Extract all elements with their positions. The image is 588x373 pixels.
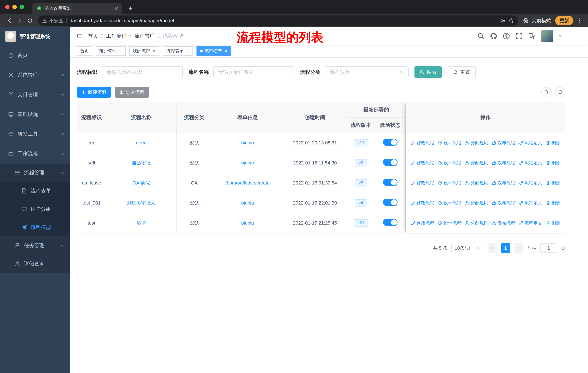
- process-name-link[interactable]: 滔博: [136, 220, 146, 226]
- address-bar[interactable]: 不安全 dashboard.yudao.iocoder.cn/bpm/manag…: [38, 15, 518, 26]
- reload-button[interactable]: [25, 15, 35, 26]
- tag-tenant[interactable]: 租户管理: [96, 46, 126, 56]
- assign-rule-link[interactable]: 分配规则: [465, 220, 488, 226]
- modify-process-link[interactable]: 修改流程: [411, 200, 434, 206]
- sidebar-item-payment[interactable]: 支付管理: [0, 85, 70, 105]
- font-size-icon[interactable]: [528, 32, 536, 40]
- status-toggle[interactable]: [383, 139, 398, 146]
- assign-rule-link[interactable]: 分配规则: [465, 140, 488, 146]
- delete-link[interactable]: 删除: [546, 180, 560, 186]
- import-process-button[interactable]: 导入流程: [115, 87, 149, 98]
- process-name-link[interactable]: eeee: [136, 140, 147, 146]
- tab-close-icon[interactable]: [115, 6, 119, 10]
- goto-page-input[interactable]: [540, 243, 557, 253]
- publish-process-link[interactable]: 发布流程: [492, 220, 515, 226]
- status-toggle[interactable]: [383, 199, 398, 206]
- back-button[interactable]: [4, 15, 15, 26]
- search-button[interactable]: 搜索: [414, 66, 442, 78]
- refresh-table-button[interactable]: [555, 87, 565, 97]
- prev-page-button[interactable]: [488, 243, 497, 253]
- publish-process-link[interactable]: 发布流程: [492, 180, 515, 186]
- browser-tab[interactable]: 芋道管理系统: [32, 3, 122, 14]
- new-tab-button[interactable]: [126, 3, 136, 14]
- process-definition-link[interactable]: 流程定义: [519, 220, 542, 226]
- forward-button[interactable]: [15, 15, 25, 26]
- form-info-link[interactable]: biubiu: [241, 140, 254, 146]
- minimize-window-button[interactable]: [12, 5, 17, 9]
- form-info-link[interactable]: biubiu: [241, 220, 254, 226]
- process-definition-link[interactable]: 流程定义: [519, 200, 542, 206]
- form-info-link[interactable]: biubiu: [241, 160, 254, 166]
- process-name-link[interactable]: 自己审批: [132, 160, 151, 166]
- delete-link[interactable]: 删除: [546, 200, 560, 206]
- publish-process-link[interactable]: 发布流程: [492, 200, 515, 206]
- assign-rule-link[interactable]: 分配规则: [465, 200, 488, 206]
- reset-button[interactable]: 重置: [448, 66, 476, 78]
- sidebar-item-home[interactable]: 首页: [0, 46, 70, 65]
- search-icon[interactable]: [477, 32, 484, 40]
- modify-process-link[interactable]: 修改流程: [411, 140, 434, 146]
- design-process-link[interactable]: 设计流程: [438, 200, 461, 206]
- close-icon[interactable]: [224, 49, 228, 53]
- bookmark-star-icon[interactable]: [509, 18, 514, 23]
- browser-menu-button[interactable]: [576, 15, 584, 26]
- tag-process-model[interactable]: 流程模型: [197, 46, 231, 56]
- process-id-input[interactable]: [102, 66, 183, 78]
- tag-process-form[interactable]: 流程表单: [163, 46, 193, 56]
- process-definition-link[interactable]: 流程定义: [519, 160, 542, 166]
- breadcrumb-home[interactable]: 首页: [88, 33, 98, 40]
- process-name-input[interactable]: [213, 66, 294, 78]
- status-toggle[interactable]: [383, 219, 398, 226]
- assign-rule-link[interactable]: 分配规则: [465, 160, 488, 166]
- form-info-link[interactable]: biubiu: [241, 200, 254, 206]
- browser-update-button[interactable]: 更新: [555, 16, 573, 25]
- sidebar-item-infra[interactable]: 基础设施: [0, 105, 70, 124]
- process-definition-link[interactable]: 流程定义: [519, 180, 542, 186]
- sidebar-item-leave-query[interactable]: 请假查询: [0, 255, 70, 273]
- delete-link[interactable]: 删除: [546, 140, 560, 146]
- publish-process-link[interactable]: 发布流程: [492, 160, 515, 166]
- avatar[interactable]: [541, 30, 553, 42]
- sidebar-item-process-form[interactable]: 流程表单: [0, 182, 70, 200]
- assign-rule-link[interactable]: 分配规则: [465, 180, 488, 186]
- close-icon[interactable]: [186, 49, 189, 53]
- toggle-search-button[interactable]: [541, 87, 552, 97]
- modify-process-link[interactable]: 修改流程: [411, 180, 434, 186]
- design-process-link[interactable]: 设计流程: [438, 140, 461, 146]
- next-page-button[interactable]: [514, 243, 524, 253]
- sidebar-item-workflow[interactable]: 工作流程: [0, 144, 70, 163]
- create-process-button[interactable]: 新建流程: [77, 87, 111, 98]
- process-definition-link[interactable]: 流程定义: [519, 140, 542, 146]
- github-icon[interactable]: [490, 32, 497, 40]
- page-number-1[interactable]: 1: [501, 243, 510, 253]
- design-process-link[interactable]: 设计流程: [438, 160, 461, 166]
- form-info-link[interactable]: /bpm/oa/leave/create: [225, 180, 270, 186]
- sidebar-item-process-management[interactable]: 流程管理: [0, 163, 70, 182]
- help-icon[interactable]: [503, 32, 510, 40]
- sidebar-item-process-model[interactable]: 流程模型: [0, 218, 70, 236]
- modify-process-link[interactable]: 修改流程: [411, 220, 434, 226]
- process-name-link[interactable]: 测试多审批人: [127, 200, 156, 206]
- breadcrumb-process-management[interactable]: 流程管理: [135, 33, 155, 40]
- delete-link[interactable]: 删除: [546, 160, 560, 166]
- modify-process-link[interactable]: 修改流程: [411, 160, 434, 166]
- fullscreen-icon[interactable]: [515, 32, 523, 40]
- design-process-link[interactable]: 设计流程: [438, 220, 461, 226]
- process-name-link[interactable]: OA 请假: [133, 180, 150, 186]
- status-toggle[interactable]: [383, 159, 398, 166]
- delete-link[interactable]: 删除: [546, 220, 560, 226]
- sidebar-item-task-management[interactable]: 任务管理: [0, 236, 70, 255]
- sidebar-item-user-group[interactable]: 用户分组: [0, 200, 70, 218]
- close-icon[interactable]: [152, 49, 156, 53]
- chevron-down-icon[interactable]: [559, 34, 562, 38]
- page-size-select[interactable]: 10条/页: [451, 243, 484, 253]
- design-process-link[interactable]: 设计流程: [438, 180, 461, 186]
- zoom-window-button[interactable]: [20, 5, 24, 9]
- tag-my-process[interactable]: 我的流程: [129, 46, 159, 56]
- sidebar-item-system[interactable]: 系统管理: [0, 65, 70, 85]
- sidebar-fold-button[interactable]: [70, 27, 88, 45]
- sidebar-item-devtools[interactable]: 研发工具: [0, 124, 70, 144]
- process-category-select[interactable]: 流程分类: [325, 66, 409, 78]
- status-toggle[interactable]: [383, 179, 398, 186]
- tag-home[interactable]: 首页: [77, 46, 92, 56]
